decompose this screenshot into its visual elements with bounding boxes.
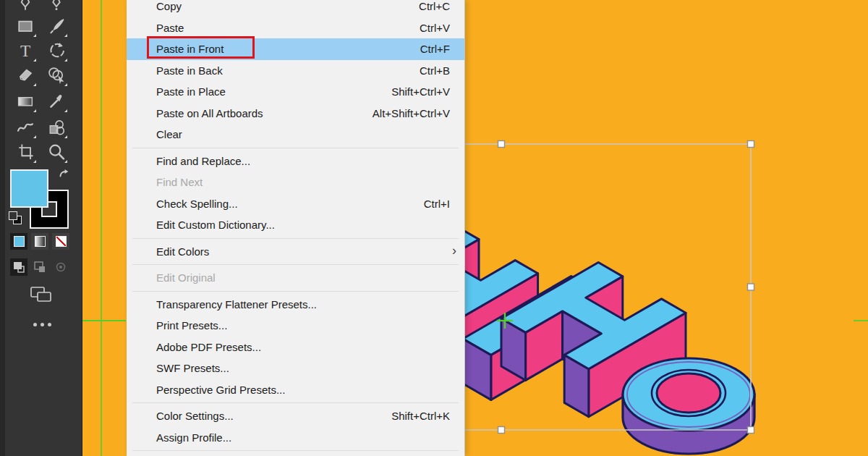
menu-item-edit-original[interactable]: Edit Original <box>127 267 464 289</box>
menu-item-label: Edit Custom Dictionary... <box>156 219 275 231</box>
gradient-chip <box>35 236 46 247</box>
menu-item-label: Adobe PDF Presets... <box>156 341 261 353</box>
eyedropper-tool[interactable] <box>45 90 68 113</box>
tools-panel: T <box>0 0 82 456</box>
menu-item-shortcut: Shift+Ctrl+V <box>391 85 450 98</box>
submenu-arrow-icon: › <box>452 243 456 258</box>
selection-handle[interactable] <box>498 427 505 434</box>
menu-item-label: Assign Profile... <box>156 431 231 444</box>
menu-item-label: Transparency Flattener Presets... <box>156 298 317 311</box>
letter-O-3[interactable] <box>623 358 754 454</box>
graph-tool[interactable] <box>45 116 68 139</box>
menu-item-edit-colors[interactable]: Edit Colors› <box>127 241 464 263</box>
menu-item-perspective-grid-presets[interactable]: Perspective Grid Presets... <box>127 379 464 401</box>
menu-item-shortcut: Ctrl+C <box>419 0 450 12</box>
cylinder-hole[interactable] <box>657 373 720 413</box>
eyedropper-icon <box>46 91 67 111</box>
paintbrush-tool[interactable] <box>45 14 68 38</box>
menu-item-label: Edit Original <box>156 271 216 284</box>
illustrator-window: T <box>0 0 868 456</box>
shape-builder-tool[interactable] <box>45 64 68 87</box>
menu-item-label: Find Next <box>156 176 203 188</box>
symbol-sprayer-icon <box>15 117 35 138</box>
menu-item-paste-in-front[interactable]: Paste in FrontCtrl+F <box>127 38 464 60</box>
type-tool[interactable]: T <box>14 39 37 62</box>
menu-item-shortcut: Shift+Ctrl+K <box>391 410 450 422</box>
gradient-tool[interactable] <box>14 90 37 113</box>
menu-item-label: Perspective Grid Presets... <box>156 384 285 396</box>
zoom-tool[interactable] <box>45 140 68 164</box>
menu-item-swf-presets[interactable]: SWF Presets... <box>127 358 464 379</box>
edit-toolbar-ellipsis[interactable] <box>33 323 51 326</box>
panel-edge <box>0 0 5 456</box>
menu-item-assign-profile[interactable]: Assign Profile... <box>127 427 464 449</box>
menu-item-clear[interactable]: Clear <box>127 124 464 145</box>
gradient-icon <box>15 91 35 111</box>
artboard-icon <box>15 142 35 162</box>
rectangle-tool[interactable] <box>14 14 37 38</box>
selection-handle[interactable] <box>748 284 754 290</box>
eraser-icon <box>15 65 35 85</box>
menu-item-paste-in-place[interactable]: Paste in PlaceShift+Ctrl+V <box>127 81 464 103</box>
shape-builder-icon <box>46 65 67 85</box>
menu-item-copy[interactable]: CopyCtrl+C <box>127 0 464 17</box>
color-chip <box>14 236 25 247</box>
menu-item-check-spelling[interactable]: Check Spelling...Ctrl+I <box>127 193 464 215</box>
menu-item-label: Print Presets... <box>156 319 227 332</box>
menu-separator <box>132 264 459 265</box>
svg-text:T: T <box>20 41 30 60</box>
menu-item-label: Edit Colors <box>156 245 209 258</box>
menu-item-label: Copy <box>156 0 182 12</box>
default-fill-stroke-icon[interactable] <box>8 211 22 225</box>
color-button[interactable] <box>10 233 27 250</box>
selection-handle[interactable] <box>748 427 754 434</box>
fill-color-swatch[interactable] <box>10 169 48 208</box>
rotate-icon <box>46 41 67 61</box>
menu-item-label: Paste in Front <box>156 43 224 55</box>
menu-separator <box>132 238 459 239</box>
draw-normal-button[interactable] <box>10 258 27 276</box>
menu-item-label: Clear <box>156 128 182 140</box>
menu-item-label: Find and Replace... <box>156 155 250 167</box>
zoom-icon <box>46 142 67 162</box>
menu-item-shortcut: Alt+Shift+Ctrl+V <box>373 107 450 119</box>
menu-item-label: SWF Presets... <box>156 362 229 374</box>
menu-item-label: Check Spelling... <box>156 198 238 210</box>
pen-tool[interactable] <box>14 0 37 13</box>
curvature-icon <box>46 0 67 12</box>
edit-menu-dropdown: CopyCtrl+CPasteCtrl+VPaste in FrontCtrl+… <box>127 0 465 456</box>
menu-item-paste-in-back[interactable]: Paste in BackCtrl+B <box>127 60 464 82</box>
menu-item-adobe-pdf-presets[interactable]: Adobe PDF Presets... <box>127 337 464 358</box>
menu-item-paste-on-all-artboards[interactable]: Paste on All ArtboardsAlt+Shift+Ctrl+V <box>127 103 464 124</box>
artboard-tool[interactable] <box>14 140 37 164</box>
menu-item-print-presets[interactable]: Print Presets... <box>127 315 464 337</box>
none-button[interactable] <box>52 233 69 250</box>
curvature-tool[interactable] <box>45 0 68 13</box>
menu-item-label: Paste in Back <box>156 64 223 77</box>
menu-item-paste[interactable]: PasteCtrl+V <box>127 17 464 39</box>
draw-inside-button[interactable] <box>52 258 69 276</box>
menu-item-color-settings[interactable]: Color Settings...Shift+Ctrl+K <box>127 405 464 427</box>
eraser-tool[interactable] <box>14 64 37 87</box>
draw-behind-icon <box>33 261 46 274</box>
menu-item-label: Paste in Place <box>156 85 226 98</box>
menu-separator <box>132 291 459 292</box>
draw-behind-button[interactable] <box>31 258 48 276</box>
menu-item-edit-custom-dictionary[interactable]: Edit Custom Dictionary... <box>127 214 464 236</box>
screen-mode-button[interactable] <box>29 284 54 308</box>
menu-item-find-and-replace[interactable]: Find and Replace... <box>127 151 464 172</box>
menu-item-label: Paste <box>156 22 184 34</box>
pen-icon <box>15 0 35 12</box>
type-icon: T <box>15 41 35 61</box>
selection-handle[interactable] <box>498 141 505 148</box>
menu-item-transparency-flattener-presets[interactable]: Transparency Flattener Presets... <box>127 294 464 316</box>
gradient-button[interactable] <box>31 233 48 250</box>
paintbrush-icon <box>46 16 67 36</box>
swap-fill-stroke-icon[interactable] <box>57 168 72 185</box>
menu-item-find-next[interactable]: Find Next <box>127 172 464 193</box>
selection-handle[interactable] <box>748 141 754 148</box>
symbol-sprayer-tool[interactable] <box>14 116 37 139</box>
draw-inside-icon <box>54 261 67 274</box>
rotate-tool[interactable] <box>45 39 68 62</box>
menu-item-shortcut: Ctrl+I <box>424 198 450 210</box>
